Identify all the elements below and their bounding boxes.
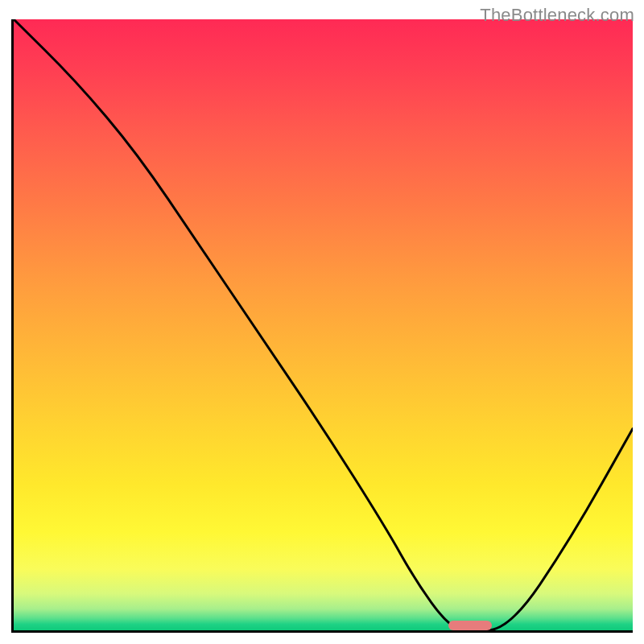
bottleneck-curve-path [14, 19, 633, 630]
chart-canvas: TheBottleneck.com [0, 0, 644, 644]
plot-area [11, 19, 633, 633]
watermark-text: TheBottleneck.com [480, 5, 634, 26]
curve-svg [14, 19, 633, 630]
minimum-marker [448, 621, 492, 630]
